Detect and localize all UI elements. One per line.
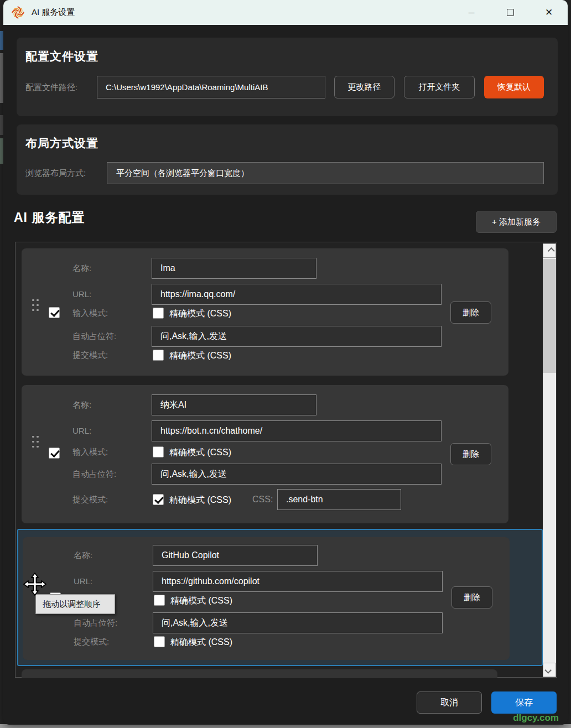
submit-precise-label: 精确模式 (CSS) [170,637,232,648]
name-label: 名称: [72,258,91,279]
minimize-icon: ─ [469,8,475,17]
app-swirl-icon [11,5,25,20]
auto-placeholder-input[interactable] [153,612,443,633]
submit-precise-checkbox[interactable] [153,350,164,361]
submit-mode-label: 提交模式: [72,349,108,361]
service-enabled-checkbox[interactable] [49,307,60,318]
submit-precise-label: 精确模式 (CSS) [169,495,231,506]
input-precise-checkbox[interactable] [153,308,164,319]
drag-handle[interactable] [31,298,39,311]
service-name-input[interactable] [153,545,318,566]
service-url-input[interactable] [152,420,442,441]
window-controls: ─ ✕ [445,2,568,23]
maximize-icon [507,9,514,16]
config-panel-title: 配置文件设置 [25,49,98,64]
url-label: URL: [74,571,92,592]
input-mode-label: 输入模式: [72,446,108,458]
window-title: AI 服务设置 [32,7,75,18]
browser-layout-label: 浏览器布局方式: [25,162,86,184]
service-card-nami: 名称: URL: 输入模式: 精确模式 (CSS) 自动占位符: 提交模式: 精… [22,385,508,523]
chevron-up-icon [547,247,554,254]
vertical-scrollbar[interactable] [543,243,556,677]
url-label: URL: [72,420,91,441]
watermark: dlgcy.com [513,713,559,724]
delete-service-button[interactable]: 删除 [450,443,491,465]
service-url-input[interactable] [153,571,443,592]
chevron-down-icon [544,667,552,674]
service-url-input[interactable] [152,284,442,305]
services-scroll-container[interactable]: 名称: URL: 输入模式: 精确模式 (CSS) 自动占位符: 提交模式: 精… [15,242,557,678]
close-button[interactable]: ✕ [537,2,561,23]
input-precise-checkbox[interactable] [153,446,164,457]
drag-handle[interactable] [31,434,39,448]
auto-placeholder-input[interactable] [152,326,442,347]
config-path-input[interactable] [97,76,325,98]
scroll-up-button[interactable] [543,243,556,258]
config-file-panel: 配置文件设置 配置文件路径: 更改路径 打开文件夹 恢复默认 [17,38,558,116]
restore-default-button[interactable]: 恢复默认 [484,76,544,98]
taskbar-edge [0,724,571,728]
input-precise-label: 精确模式 (CSS) [169,308,231,320]
settings-window: AI 服务设置 ─ ✕ 配置文件设置 配置文件路径: 更改路径 打开文件夹 恢复… [3,0,568,725]
layout-mode-selected-value: 平分空间（各浏览器平分窗口宽度） [116,168,249,179]
placeholder-label: 自动占位符: [72,464,116,485]
delete-service-button[interactable]: 删除 [451,586,492,609]
input-mode-label: 输入模式: [72,307,108,319]
submit-mode-label: 提交模式: [72,489,108,510]
service-enabled-checkbox[interactable] [49,448,60,459]
service-name-input[interactable] [152,258,316,279]
css-label: CSS: [252,489,273,510]
open-folder-button[interactable]: 打开文件夹 [404,76,475,98]
layout-panel-title: 布局方式设置 [25,136,98,151]
input-precise-label: 精确模式 (CSS) [169,447,231,459]
auto-placeholder-input[interactable] [152,464,442,485]
input-precise-checkbox[interactable] [154,595,165,606]
title-bar: AI 服务设置 ─ ✕ [3,0,568,25]
submit-precise-checkbox[interactable] [153,494,164,505]
submit-precise-label: 精确模式 (CSS) [169,350,231,362]
drag-tooltip: 拖动以调整顺序 [35,594,115,614]
service-card-partial [22,669,497,678]
service-card-ima: 名称: URL: 输入模式: 精确模式 (CSS) 自动占位符: 提交模式: 精… [22,248,508,376]
desktop: AI 服务设置 ─ ✕ 配置文件设置 配置文件路径: 更改路径 打开文件夹 恢复… [0,0,571,728]
scroll-down-button[interactable] [543,663,556,677]
layout-mode-select[interactable]: 平分空间（各浏览器平分窗口宽度） [107,162,544,184]
save-button[interactable]: 保存 [491,691,557,714]
minimize-button[interactable]: ─ [459,2,484,23]
services-section-title: AI 服务配置 [14,209,85,226]
submit-css-input[interactable] [277,489,401,510]
scrollbar-thumb[interactable] [543,259,556,373]
submit-mode-label: 提交模式: [74,636,109,648]
config-path-label: 配置文件路径: [25,76,77,98]
name-label: 名称: [72,394,91,415]
url-label: URL: [72,284,91,305]
change-path-button[interactable]: 更改路径 [334,76,394,98]
delete-service-button[interactable]: 删除 [450,301,491,324]
service-name-input[interactable] [152,394,316,415]
add-service-button[interactable]: + 添加新服务 [476,211,557,233]
move-cursor-icon [23,572,47,596]
name-label: 名称: [74,545,92,566]
close-icon: ✕ [545,7,553,18]
maximize-button[interactable] [498,2,522,23]
input-precise-label: 精确模式 (CSS) [170,595,232,607]
placeholder-label: 自动占位符: [72,326,116,347]
layout-panel: 布局方式设置 浏览器布局方式: 平分空间（各浏览器平分窗口宽度） [17,124,558,195]
cancel-button[interactable]: 取消 [417,691,482,714]
submit-precise-checkbox[interactable] [154,636,165,647]
placeholder-label: 自动占位符: [74,612,117,633]
